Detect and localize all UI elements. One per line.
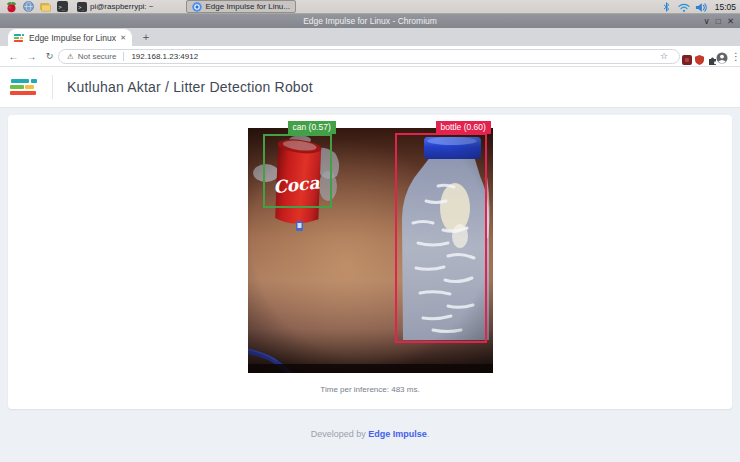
taskbar: >_ >_ pi@raspberrypi: ~ Edge Impulse for…	[0, 0, 740, 14]
terminal-task-label: pi@raspberrypi: ~	[90, 2, 153, 11]
footer-suffix: .	[427, 429, 430, 439]
url-text: 192.168.1.23:4912	[131, 52, 198, 61]
detection-label-can: can (0.57)	[288, 121, 336, 134]
browser-task-label: Edge Impulse for Linu...	[205, 2, 290, 11]
clock[interactable]: 15:05	[715, 2, 736, 12]
footer-prefix: Developed by	[311, 429, 369, 439]
svg-text:>_: >_	[78, 3, 84, 10]
new-tab-button[interactable]: +	[139, 30, 153, 44]
page-title: Kutluhan Aktar / Litter Detection Robot	[67, 79, 313, 95]
detection-label-bottle: bottle (0.60)	[436, 121, 491, 134]
not-secure-warning-icon[interactable]: ⚠	[67, 52, 74, 61]
web-page: Kutluhan Aktar / Litter Detection Robot	[0, 67, 740, 462]
tab-close-icon[interactable]: ✕	[120, 34, 126, 42]
terminal-task-icon: >_	[77, 2, 87, 12]
web-browser-icon[interactable]	[22, 1, 34, 13]
back-icon[interactable]: ←	[6, 49, 21, 64]
system-tray: 15:05	[661, 0, 736, 14]
tab-title: Edge Impulse for Linux	[29, 33, 116, 43]
tab-edge-impulse[interactable]: Edge Impulse for Linux ✕	[8, 29, 132, 46]
screen: >_ >_ pi@raspberrypi: ~ Edge Impulse for…	[0, 0, 740, 462]
svg-text:>_: >_	[58, 4, 65, 11]
file-manager-icon[interactable]	[39, 1, 51, 13]
bookmark-star-icon[interactable]: ☆	[660, 49, 668, 64]
browser-menu-icon[interactable]: ⋮	[731, 49, 740, 64]
volume-icon[interactable]	[695, 1, 707, 13]
window-title: Edge Impulse for Linux - Chromium	[303, 16, 437, 26]
minimize-icon[interactable]: ∨	[704, 14, 710, 28]
inference-time-text: Time per inference: 483 ms.	[8, 385, 732, 394]
forward-icon[interactable]: →	[24, 49, 39, 64]
camera-feed: Coca	[248, 128, 493, 373]
edge-impulse-logo	[10, 79, 40, 96]
camera-card: Coca	[8, 115, 732, 409]
page-footer: Developed by Edge Impulse.	[0, 429, 740, 439]
raspberry-menu-icon[interactable]	[5, 1, 17, 13]
bluetooth-icon[interactable]	[661, 1, 673, 13]
security-label: Not secure	[78, 52, 117, 61]
taskbar-task-browser[interactable]: Edge Impulse for Linu...	[186, 0, 296, 13]
chromium-task-icon	[192, 2, 202, 12]
browser-toolbar: ← → ↻ ⚠ Not secure 192.168.1.23:4912 ☆ ⋮	[0, 46, 740, 67]
close-icon[interactable]: ✕	[727, 14, 734, 28]
omnibox-divider	[123, 52, 124, 61]
reload-icon[interactable]: ↻	[42, 49, 57, 64]
address-bar[interactable]: ⚠ Not secure 192.168.1.23:4912	[58, 49, 680, 64]
detection-box-can	[263, 134, 332, 208]
maximize-icon[interactable]: □	[716, 14, 721, 28]
terminal-launcher-icon[interactable]: >_	[56, 1, 68, 13]
taskbar-task-terminal[interactable]: >_ pi@raspberrypi: ~	[72, 0, 158, 13]
header-divider	[52, 75, 53, 99]
footer-link[interactable]: Edge Impulse	[368, 429, 427, 439]
edge-impulse-favicon	[14, 34, 25, 42]
window-controls: ∨ □ ✕	[704, 14, 735, 28]
tab-strip: Edge Impulse for Linux ✕ +	[0, 28, 740, 46]
profile-avatar-icon[interactable]	[716, 50, 728, 68]
detection-box-bottle	[395, 133, 487, 343]
window-titlebar[interactable]: Edge Impulse for Linux - Chromium ∨ □ ✕	[0, 14, 740, 28]
wifi-icon[interactable]	[678, 1, 690, 13]
page-header: Kutluhan Aktar / Litter Detection Robot	[0, 67, 740, 108]
